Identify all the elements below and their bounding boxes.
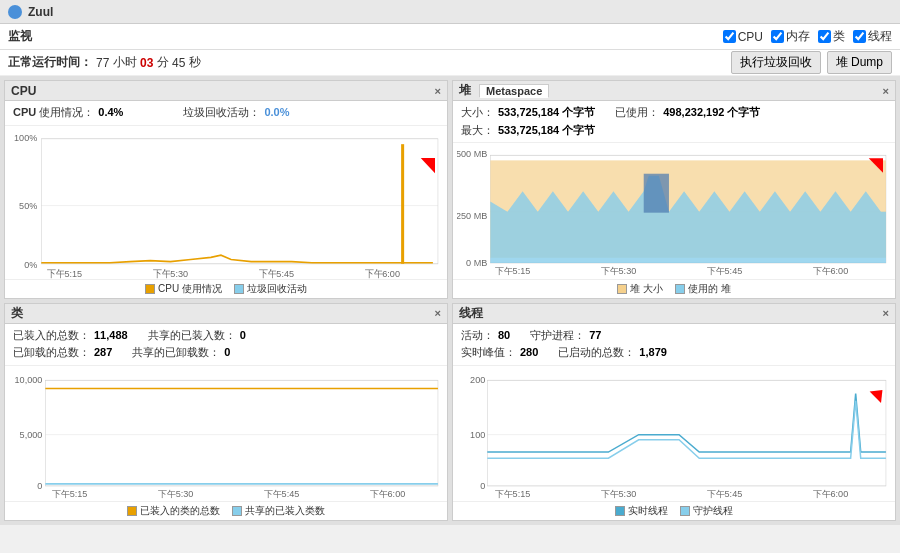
svg-text:下午5:30: 下午5:30 (153, 267, 188, 278)
svg-text:下午5:15: 下午5:15 (495, 489, 531, 499)
svg-rect-6 (41, 138, 438, 263)
cpu-legend: CPU 使用情况 垃圾回收活动 (5, 279, 447, 298)
classes-shared-loaded-label: 共享的已装入数： (148, 327, 236, 345)
svg-text:下午6:00: 下午6:00 (370, 489, 406, 499)
cpu-panel-header: CPU × (5, 81, 447, 101)
threads-active-label: 活动： (461, 327, 494, 345)
threads-legend-live: 实时线程 (615, 504, 668, 518)
svg-text:下午5:45: 下午5:45 (707, 489, 743, 499)
classes-shared-loaded-value: 0 (240, 327, 246, 345)
svg-marker-8 (421, 150, 442, 173)
heap-panel-title: 堆 (459, 82, 471, 99)
classes-legend-loaded: 已装入的类的总数 (127, 504, 220, 518)
svg-text:下午5:45: 下午5:45 (264, 489, 300, 499)
classes-legend-loaded-label: 已装入的类的总数 (140, 504, 220, 518)
heap-panel-header: 堆 Metaspace × (453, 81, 895, 101)
threads-total-value: 1,879 (639, 344, 667, 362)
heap-panel: 堆 Metaspace × 大小： 533,725,184 个字节 已使用： 4… (452, 80, 896, 299)
heap-dump-button[interactable]: 堆 Dump (827, 51, 892, 74)
classes-shared-unloaded-value: 0 (224, 344, 230, 362)
classes-loaded-label: 已装入的总数： (13, 327, 90, 345)
svg-text:下午5:15: 下午5:15 (52, 489, 88, 499)
svg-text:0%: 0% (24, 258, 37, 269)
cpu-stats: CPU 使用情况： 0.4% 垃圾回收活动： 0.0% (5, 101, 447, 126)
classes-unloaded-label: 已卸载的总数： (13, 344, 90, 362)
threads-panel: 线程 × 活动： 80 守护进程： 77 实时峰值： 280 (452, 303, 896, 522)
classes-legend-loaded-color (127, 506, 137, 516)
heap-chart-area: 500 MB 250 MB 0 MB 下午5:15 下午5:30 (453, 143, 895, 278)
title-bar: Zuul (0, 0, 900, 24)
cpu-close-button[interactable]: × (435, 85, 441, 97)
classes-panel: 类 × 已装入的总数： 11,488 共享的已装入数： 0 已卸载的总数： 28… (4, 303, 448, 522)
classes-unloaded-value: 287 (94, 344, 112, 362)
svg-text:下午6:00: 下午6:00 (365, 267, 400, 278)
classes-legend-shared-label: 共享的已装入类数 (245, 504, 325, 518)
heap-chart-svg: 500 MB 250 MB 0 MB 下午5:15 下午5:30 (457, 145, 891, 278)
heap-metaspace-tab[interactable]: Metaspace (479, 84, 549, 98)
svg-text:0: 0 (37, 481, 42, 491)
cpu-checkbox[interactable] (723, 30, 736, 43)
uptime-seconds: 45 (172, 56, 185, 70)
cpu-chart-svg: 100% 50% 0% 下午5:15 下午5:30 下午5:45 下午 (9, 128, 443, 279)
svg-text:下午6:00: 下午6:00 (813, 266, 849, 276)
classes-loaded-value: 11,488 (94, 327, 128, 345)
classes-panel-title: 类 (11, 305, 23, 322)
svg-rect-45 (487, 380, 886, 486)
main-grid: CPU × CPU 使用情况： 0.4% 垃圾回收活动： 0.0% 100% 5… (0, 76, 900, 525)
svg-rect-22 (644, 174, 669, 213)
threads-peak-label: 实时峰值： (461, 344, 516, 362)
threads-peak-value: 280 (520, 344, 538, 362)
svg-text:100%: 100% (14, 131, 37, 142)
threads-legend-daemon-label: 守护线程 (693, 504, 733, 518)
heap-max-label: 最大： (461, 122, 494, 140)
svg-text:下午5:30: 下午5:30 (601, 489, 637, 499)
heap-close-button[interactable]: × (883, 85, 889, 97)
svg-text:下午5:15: 下午5:15 (47, 267, 82, 278)
header: 监视 CPU 内存 类 线程 (0, 24, 900, 50)
svg-rect-34 (45, 380, 438, 486)
classes-shared-unloaded-label: 共享的已卸载数： (132, 344, 220, 362)
thread-checkbox[interactable] (853, 30, 866, 43)
threads-panel-title: 线程 (459, 305, 483, 322)
svg-text:下午5:45: 下午5:45 (259, 267, 294, 278)
cpu-legend-gc-color (234, 284, 244, 294)
heap-legend-used: 使用的 堆 (675, 282, 731, 296)
svg-text:下午5:45: 下午5:45 (707, 266, 743, 276)
cpu-usage-label: CPU 使用情况： (13, 104, 94, 122)
cpu-panel: CPU × CPU 使用情况： 0.4% 垃圾回收活动： 0.0% 100% 5… (4, 80, 448, 299)
monitor-label: 监视 (8, 28, 32, 45)
svg-text:0 MB: 0 MB (466, 258, 487, 268)
svg-text:下午5:30: 下午5:30 (601, 266, 637, 276)
threads-legend: 实时线程 守护线程 (453, 501, 895, 520)
mem-checkbox[interactable] (771, 30, 784, 43)
thread-checkbox-label[interactable]: 线程 (853, 28, 892, 45)
mem-checkbox-label[interactable]: 内存 (771, 28, 810, 45)
cpu-legend-cpu-color (145, 284, 155, 294)
threads-total-label: 已启动的总数： (558, 344, 635, 362)
gc-button[interactable]: 执行垃圾回收 (731, 51, 821, 74)
threads-close-button[interactable]: × (883, 307, 889, 319)
threads-legend-daemon-color (680, 506, 690, 516)
classes-panel-header: 类 × (5, 304, 447, 324)
threads-stats: 活动： 80 守护进程： 77 实时峰值： 280 已启动的总数： 1,879 (453, 324, 895, 366)
cpu-panel-title: CPU (11, 84, 36, 98)
gc-activity-label: 垃圾回收活动： (183, 104, 260, 122)
threads-chart-area: 200 100 0 下午5:15 下午5:30 下午5:45 (453, 366, 895, 501)
classes-stats: 已装入的总数： 11,488 共享的已装入数： 0 已卸载的总数： 287 共享… (5, 324, 447, 366)
class-checkbox-label[interactable]: 类 (818, 28, 845, 45)
cpu-checkbox-label[interactable]: CPU (723, 30, 763, 44)
svg-text:10,000: 10,000 (15, 375, 43, 385)
svg-text:下午5:15: 下午5:15 (495, 266, 531, 276)
cpu-legend-cpu-label: CPU 使用情况 (158, 282, 222, 296)
classes-close-button[interactable]: × (435, 307, 441, 319)
svg-text:0: 0 (480, 481, 485, 491)
classes-chart-area: 10,000 5,000 0 下午5:15 下午5:30 下午5:45 下午6:… (5, 366, 447, 501)
threads-daemon-value: 77 (589, 327, 601, 345)
threads-daemon-label: 守护进程： (530, 327, 585, 345)
heap-legend: 堆 大小 使用的 堆 (453, 279, 895, 298)
uptime-label: 正常运行时间： (8, 54, 92, 71)
heap-legend-size-color (617, 284, 627, 294)
heap-legend-size-label: 堆 大小 (630, 282, 663, 296)
class-checkbox[interactable] (818, 30, 831, 43)
threads-legend-live-color (615, 506, 625, 516)
